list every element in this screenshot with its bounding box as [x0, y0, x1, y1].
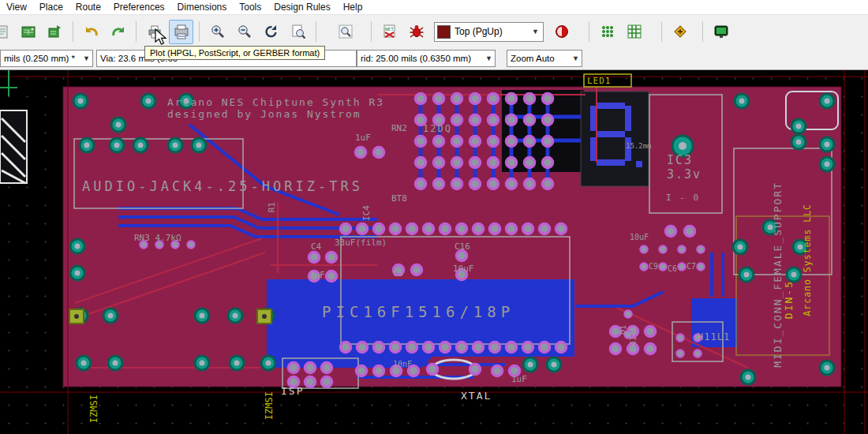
- 3d-viewer-button[interactable]: [709, 20, 733, 44]
- ref-c5: C5: [393, 268, 403, 279]
- partial-tool-button[interactable]: [0, 20, 13, 44]
- toolbar-separator: [136, 21, 137, 42]
- menu-place[interactable]: Place: [33, 1, 69, 13]
- ref-12dq: 12DQ: [423, 123, 452, 134]
- pcb-canvas[interactable]: Arcano NES Chiptune Synth R3 designed by…: [0, 69, 868, 434]
- redo-button[interactable]: [106, 20, 130, 44]
- ref-rn3: RN3 4.7kΩ: [134, 233, 181, 243]
- ref-1uf-mid: 1uF: [309, 270, 325, 280]
- contrast-mode-button[interactable]: [549, 20, 574, 44]
- ref-10nf: 10nF: [393, 360, 412, 369]
- ref-33uf: 33uF(film): [335, 238, 387, 248]
- menu-design-rules[interactable]: Design Rules: [268, 1, 336, 13]
- ref-1uf-top: 1uF: [355, 133, 371, 143]
- 3d-viewer-icon: [713, 24, 729, 39]
- ref-c4: C4: [311, 241, 321, 252]
- zoom-out-icon: [237, 24, 253, 39]
- menu-tools[interactable]: Tools: [233, 1, 268, 13]
- ref-1uf-bottom: 1uF: [511, 374, 527, 384]
- svg-text:NET: NET: [385, 26, 394, 32]
- track-width-select[interactable]: mils (0.250 mm) * ▼: [0, 50, 93, 67]
- toolbar-separator: [73, 21, 73, 42]
- menu-route[interactable]: Route: [69, 1, 107, 13]
- undo-button[interactable]: [79, 20, 103, 44]
- board-title-text: Arcano NES Chiptune Synth R3: [167, 96, 384, 108]
- ref-r1: R1: [267, 202, 277, 212]
- toolbar-separator: [589, 21, 589, 42]
- find-button[interactable]: [333, 20, 357, 44]
- mirror-text-mid: IZMSI: [264, 391, 275, 420]
- grid-tracks-icon: [627, 24, 642, 39]
- ref-pic-chip: PIC16F1516/18P: [322, 303, 514, 320]
- ref-h11l1: H11L1: [698, 331, 730, 342]
- chevron-down-icon: ▼: [529, 28, 541, 36]
- toolbar-separator: [702, 21, 703, 42]
- ref-c16: C16: [455, 241, 470, 252]
- toolbar-separator: [199, 21, 200, 42]
- zoom-out-button[interactable]: [232, 20, 256, 44]
- partial-icon: [0, 24, 9, 39]
- audio-jack-label: AUDIO-JACK4-.25-HORIZ-TRS: [82, 178, 363, 194]
- board-edit-icon: [21, 24, 36, 39]
- ref-4148: 4148: [629, 327, 638, 346]
- ref-10uf: 10uF: [453, 264, 474, 274]
- menu-bar: View Place Route Preferences Dimensions …: [0, 0, 868, 14]
- redo-icon: [110, 24, 126, 39]
- ref-ic3: IC3: [667, 153, 693, 167]
- netlist-icon: NET: [382, 24, 398, 39]
- find-icon: [338, 24, 354, 39]
- layer-selector-value: Top (PgUp): [455, 26, 529, 37]
- toolbar-separator: [316, 21, 316, 42]
- board-update-icon: [47, 24, 63, 39]
- zoom-fit-button[interactable]: [286, 20, 310, 44]
- menu-dimensions[interactable]: Dimensions: [171, 1, 234, 13]
- netlist-button[interactable]: NET: [377, 20, 402, 44]
- ref-ic3-voltage: 3.3v: [667, 167, 702, 181]
- plot-button[interactable]: [169, 20, 193, 44]
- footprint-mode-button[interactable]: [668, 20, 692, 44]
- toolbar-separator: [661, 21, 662, 42]
- layer-selector[interactable]: Top (PgUp) ▼: [434, 22, 544, 42]
- board-update-button[interactable]: [43, 20, 67, 44]
- layer-color-swatch: [437, 25, 451, 39]
- ref-rn2: RN2: [391, 123, 407, 133]
- grid-pads-button[interactable]: [595, 20, 619, 44]
- ref-c9: C9: [649, 262, 658, 271]
- menu-preferences[interactable]: Preferences: [107, 1, 171, 13]
- track-width-value: mils (0.250 mm) *: [4, 54, 80, 63]
- menu-help[interactable]: Help: [337, 1, 369, 13]
- zoom-in-icon: [210, 24, 226, 39]
- chevron-down-icon: ▼: [570, 54, 582, 62]
- grid-value: rid: 25.00 mils (0.6350 mm): [361, 54, 483, 63]
- redraw-button[interactable]: [259, 20, 283, 44]
- ref-10uf-right: 10uF: [630, 233, 649, 241]
- board-designer-text: designed by Jonas Nystrom: [167, 108, 361, 120]
- zoom-select[interactable]: Zoom Auto ▼: [507, 50, 582, 67]
- ref-din5: DIN-5: [783, 280, 795, 319]
- mirror-text-left: IZMSI: [88, 395, 99, 423]
- plot-icon: [174, 24, 189, 39]
- menu-view[interactable]: View: [0, 1, 33, 13]
- midi-conn-label: MIDI_CONN_FEMALE_SUPPORT: [772, 181, 784, 368]
- ref-d1: D1: [619, 325, 627, 335]
- ref-c7: C7: [687, 262, 696, 271]
- zoom-fit-icon: [290, 24, 306, 39]
- chevron-down-icon: ▼: [80, 54, 92, 62]
- zoom-in-button[interactable]: [205, 20, 230, 44]
- main-toolbar: NET Top (PgUp) ▼: [0, 14, 868, 49]
- ratsnest-bug-button[interactable]: [404, 20, 428, 44]
- grid-pads-icon: [600, 24, 615, 39]
- grid-tracks-button[interactable]: [622, 20, 646, 44]
- ref-switch-io: I - 0: [666, 193, 700, 203]
- edge-connector: [0, 110, 27, 183]
- toolbar-separator: [371, 21, 372, 42]
- ref-152mm: 15.2mm: [626, 142, 652, 150]
- grid-select[interactable]: rid: 25.00 mils (0.6350 mm) ▼: [357, 50, 496, 67]
- options-bar: mils (0.250 mm) * ▼ Via: 23.6 mils (0.60…: [0, 47, 868, 70]
- ref-led1: LED1: [587, 76, 612, 86]
- ref-ic4: IC4: [361, 205, 372, 221]
- board-edit-button[interactable]: [16, 20, 40, 44]
- ref-isp: ISP: [281, 385, 304, 397]
- footprint-mode-icon: [672, 24, 688, 39]
- ref-xtal: XTAL: [461, 390, 492, 402]
